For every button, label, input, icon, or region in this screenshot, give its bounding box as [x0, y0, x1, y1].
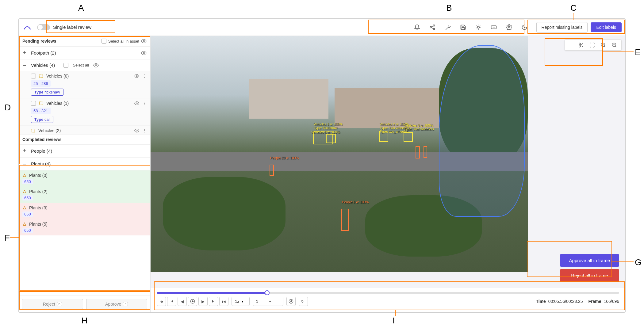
collapse-icon[interactable]: –: [22, 62, 27, 68]
vehicle-item-0[interactable]: Vehicles (0) ⋮ 25 - 286 Type rickshaw: [19, 71, 150, 98]
zoom-in-icon[interactable]: [600, 42, 607, 48]
prev-frame-icon[interactable]: ◀: [178, 297, 187, 306]
more-icon[interactable]: ⋮: [142, 128, 147, 133]
scrubber-handle[interactable]: [265, 290, 270, 295]
expand-icon[interactable]: +: [22, 148, 27, 154]
next-keyframe-icon[interactable]: [209, 297, 218, 306]
approve-all-frame-button[interactable]: Approve all in frame: [560, 254, 619, 267]
scissors-icon[interactable]: [578, 42, 585, 48]
scrubber[interactable]: [157, 292, 619, 294]
expand-icon[interactable]: +: [22, 50, 27, 56]
eye-icon[interactable]: [134, 74, 139, 78]
image-viewport[interactable]: Vehicles 1 α: 100%Type: Rickshaw Vehicle…: [151, 36, 625, 288]
edit-labels-button[interactable]: Edit labels: [591, 22, 622, 32]
plant-item-3[interactable]: Plants (3) 650: [19, 203, 150, 219]
plant-item-0[interactable]: Plants (0) 650: [19, 170, 150, 187]
pending-reviews-title: Pending reviews: [22, 39, 56, 44]
item-checkbox[interactable]: [31, 74, 36, 78]
select-all-asset-label: Select all in asset: [108, 39, 139, 44]
report-missing-button[interactable]: Report missing labels: [536, 22, 588, 32]
fullscreen-icon[interactable]: [589, 42, 596, 48]
type-chip: Type rickshaw: [31, 89, 63, 96]
bbox-icon: [39, 74, 43, 78]
skip-start-icon[interactable]: ⏮: [157, 297, 166, 306]
single-label-toggle-label: Single label review: [53, 25, 91, 30]
footpath-group-row[interactable]: + Footpath (2): [19, 47, 150, 59]
collapse-icon[interactable]: –: [22, 161, 27, 167]
save-icon[interactable]: [460, 24, 466, 31]
svg-point-0: [433, 25, 435, 26]
frame-actions: Approve all in frame Reject all in frame: [560, 254, 619, 282]
anno-label: Vehicles 3 α: 100%Type: Two wheelers: [404, 124, 434, 131]
callout-c: C: [570, 3, 577, 13]
video-frame: Vehicles 1 α: 100%Type: Rickshaw Vehicle…: [151, 36, 528, 272]
speed-select[interactable]: 1x▾: [232, 297, 250, 306]
svg-point-3: [477, 26, 479, 28]
more-icon[interactable]: ⋮: [142, 101, 147, 106]
item-name: Plants (3): [29, 205, 48, 210]
viewport-toolbar: ⋮: [565, 40, 622, 51]
eye-icon[interactable]: [134, 101, 139, 106]
prev-keyframe-icon[interactable]: [167, 297, 176, 306]
anno-people-20[interactable]: People 20 α: 100%: [270, 165, 274, 176]
vehicles-select-all-checkbox[interactable]: [63, 63, 68, 68]
scrubber-fill: [157, 292, 267, 294]
anno-vehicle-3[interactable]: Vehicles 3 α: 100%Type: Two wheelers: [404, 132, 413, 142]
anno-vehicle-2[interactable]: Vehicles 2 α: 100%Type: Two wheelersType…: [379, 131, 388, 142]
plant-item-2[interactable]: Plants (2) 650: [19, 187, 150, 203]
play-icon[interactable]: [188, 297, 197, 306]
anno-people-x2[interactable]: [424, 146, 427, 158]
next-frame-icon[interactable]: ▶: [198, 297, 208, 306]
anno-people-x1[interactable]: [416, 146, 420, 158]
svg-rect-13: [32, 129, 35, 132]
svg-point-5: [508, 26, 510, 28]
volume-icon[interactable]: [299, 297, 308, 306]
single-label-toggle[interactable]: [37, 24, 50, 30]
anno-vehicle-0[interactable]: Vehicles 0 α: 100%: [326, 134, 336, 143]
chevron-down-icon: ▾: [269, 300, 271, 303]
item-value: 650: [22, 212, 33, 217]
eye-icon[interactable]: [141, 38, 147, 44]
people-label: People (4): [31, 148, 52, 154]
compass-icon[interactable]: [286, 297, 296, 306]
item-name: Plants (2): [29, 189, 48, 194]
vehicles-group-row[interactable]: – Vehicles (4) Select all: [19, 59, 150, 71]
wrench-icon[interactable]: [444, 24, 451, 31]
bell-icon[interactable]: [414, 24, 420, 31]
vehicle-item-1[interactable]: Vehicles (1) ⋮ 58 - 321 Type car: [19, 98, 150, 126]
eye-icon[interactable]: [93, 63, 99, 68]
pending-reviews-header: Pending reviews Select all in asset: [19, 36, 150, 47]
plants-label: Plants (4): [31, 161, 51, 166]
eye-icon[interactable]: [141, 50, 147, 56]
drag-handle-icon[interactable]: ⋮: [569, 42, 573, 48]
polygon-icon: [22, 189, 27, 194]
item-checkbox[interactable]: [31, 101, 36, 106]
reject-button[interactable]: Rejectb: [22, 299, 83, 309]
vehicle-item-2[interactable]: Vehicles (2) ⋮: [19, 126, 150, 135]
brightness-icon[interactable]: [475, 24, 482, 31]
keyboard-icon[interactable]: [490, 24, 497, 31]
chevron-down-icon: ▾: [242, 300, 243, 303]
plants-group-row[interactable]: – Plants (4): [19, 158, 150, 170]
skip-end-icon[interactable]: ⏭: [219, 297, 228, 306]
people-group-row[interactable]: + People (4): [19, 145, 150, 158]
more-icon[interactable]: ⋮: [142, 74, 147, 78]
approve-button[interactable]: Approven: [86, 299, 148, 309]
frame-input[interactable]: 1▾: [253, 297, 283, 306]
gear-icon[interactable]: [506, 24, 512, 31]
svg-point-12: [136, 103, 137, 104]
plant-item-5[interactable]: Plants (5) 650: [19, 219, 150, 235]
bbox-icon: [31, 128, 35, 133]
svg-point-1: [430, 26, 431, 28]
svg-rect-11: [40, 102, 43, 105]
zoom-out-icon[interactable]: [611, 42, 618, 48]
anno-plant-tree[interactable]: [439, 45, 525, 217]
anno-people-6[interactable]: People 6 α: 100%: [341, 209, 349, 231]
moon-icon[interactable]: [521, 24, 528, 31]
item-name: Plants (0): [29, 173, 48, 178]
reject-all-frame-button[interactable]: Reject all in frame: [560, 269, 619, 282]
select-all-asset-checkbox[interactable]: [102, 39, 106, 44]
share-icon[interactable]: [429, 24, 436, 31]
eye-icon[interactable]: [134, 128, 139, 133]
callout-h: H: [81, 316, 87, 326]
